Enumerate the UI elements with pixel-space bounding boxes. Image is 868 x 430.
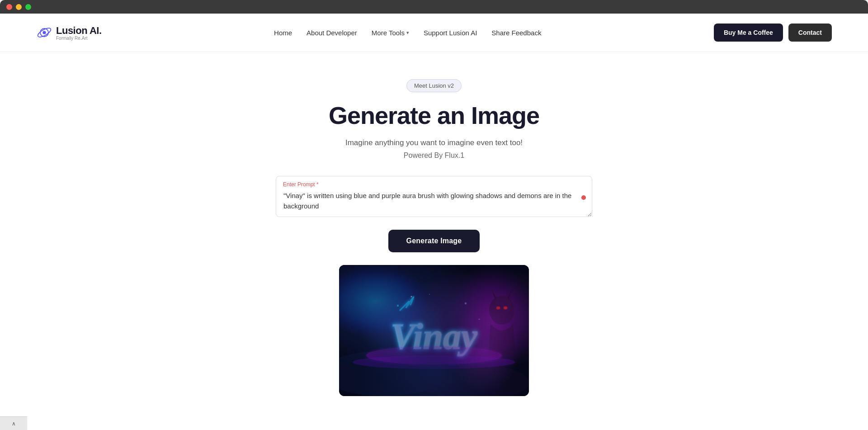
generated-image-container: Vinay Vinay [339, 265, 529, 396]
version-badge: Meet Lusion v2 [406, 79, 462, 92]
nav-about-developer[interactable]: About Developer [307, 29, 357, 37]
bg-glow-blue [358, 291, 448, 359]
nav-links: Home About Developer More Tools ▾ Suppor… [274, 29, 541, 37]
prompt-indicator [581, 195, 586, 200]
prompt-textarea[interactable]: "Vinay" is written using <span class="sp… [276, 176, 592, 217]
chevron-down-icon: ▾ [406, 30, 409, 36]
hero-powered: Powered By Flux.1 [404, 151, 464, 160]
taskbar-chevron-icon: ∧ [12, 421, 16, 427]
prompt-container: Enter Prompt * "Vinay" is written using … [276, 176, 592, 219]
logo-text: Lusion AI. Formally Re.Art [56, 25, 102, 41]
generate-image-button[interactable]: Generate Image [388, 230, 480, 252]
hero-title: Generate an Image [329, 101, 539, 129]
logo[interactable]: Lusion AI. Formally Re.Art [36, 24, 102, 41]
logo-tagline: Formally Re.Art [56, 36, 102, 41]
maximize-button[interactable] [25, 4, 31, 10]
contact-button[interactable]: Contact [788, 24, 832, 42]
generated-image: Vinay Vinay [339, 265, 529, 396]
bg-glow-purple [452, 304, 519, 395]
taskbar: ∧ [0, 416, 27, 430]
nav-share-feedback[interactable]: Share Feedback [491, 29, 541, 37]
navbar: Lusion AI. Formally Re.Art Home About De… [0, 14, 868, 52]
nav-more-tools[interactable]: More Tools ▾ [372, 29, 409, 37]
nav-buttons: Buy Me a Coffee Contact [714, 24, 832, 42]
nav-support[interactable]: Support Lusion AI [424, 29, 477, 37]
browser-content: Lusion AI. Formally Re.Art Home About De… [0, 14, 868, 430]
logo-icon [36, 24, 52, 41]
hero-subtitle: Imagine anything you want to imagine eve… [345, 137, 523, 149]
window-chrome [0, 0, 868, 14]
logo-name: Lusion AI. [56, 25, 102, 37]
close-button[interactable] [6, 4, 12, 10]
svg-point-2 [42, 31, 46, 34]
minimize-button[interactable] [16, 4, 22, 10]
buy-coffee-button[interactable]: Buy Me a Coffee [714, 24, 783, 42]
main-content: Meet Lusion v2 Generate an Image Imagine… [0, 52, 868, 396]
nav-home[interactable]: Home [274, 29, 292, 37]
